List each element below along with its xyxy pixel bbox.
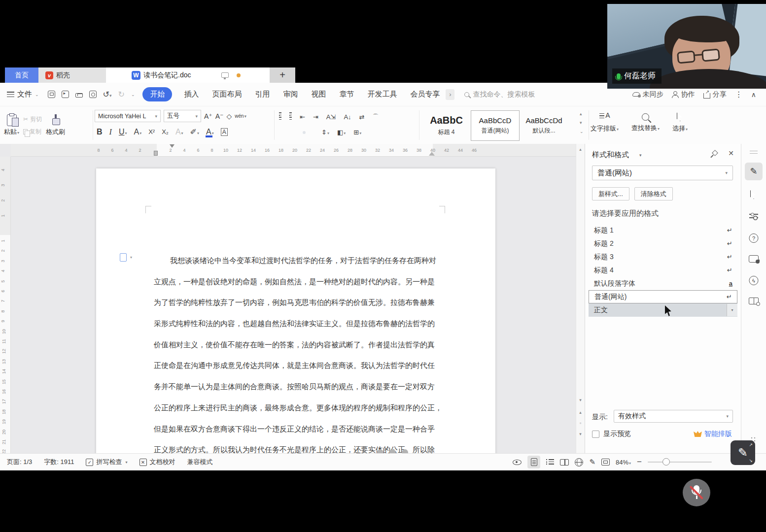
vertical-ruler[interactable]: 432112345678910111213141516171819202122 xyxy=(0,157,11,453)
font-color-button[interactable]: A▾ xyxy=(206,128,214,136)
scroll-down-icon[interactable]: ▾ xyxy=(576,398,585,402)
clear-format-icon[interactable]: ◇ xyxy=(226,112,232,120)
pin-icon[interactable] xyxy=(712,150,718,156)
docer-store-icon[interactable] xyxy=(749,255,759,263)
dictionary-icon[interactable] xyxy=(749,298,759,304)
menu-tab[interactable]: 审阅 xyxy=(283,90,298,99)
drag-handle-icon[interactable] xyxy=(750,151,758,154)
text-direction-button[interactable]: ⇄ xyxy=(359,114,365,120)
collaborate-button[interactable]: 协作 xyxy=(672,90,695,99)
more-menu-icon[interactable]: ⋮ xyxy=(735,91,743,99)
collapse-ribbon-icon[interactable]: ∧ xyxy=(751,91,756,99)
styles-tool-button[interactable]: ✎ xyxy=(745,163,763,180)
font-name-combo[interactable]: Microsoft YaHei L▾ xyxy=(95,110,161,122)
zoom-level[interactable]: 84%▾ xyxy=(616,459,631,466)
text-effects-button[interactable]: A▾ xyxy=(175,128,183,136)
bullet-list-button[interactable] xyxy=(279,112,281,121)
menu-tab[interactable]: 视图 xyxy=(311,90,326,99)
decrease-font-button[interactable]: A⁻ xyxy=(215,112,224,120)
redo-icon[interactable]: ↻ xyxy=(118,91,124,99)
fit-page-icon[interactable] xyxy=(601,459,610,466)
right-indent-marker[interactable] xyxy=(429,152,435,156)
style-item[interactable]: 标题 1↵ xyxy=(589,224,737,237)
close-icon[interactable]: ✕ xyxy=(728,149,734,157)
spell-check-toggle[interactable]: ✓ 拼写检查 ▾ xyxy=(86,458,127,466)
new-tab-button[interactable]: + xyxy=(270,67,295,83)
smart-layout-button[interactable]: 智能排版 xyxy=(694,430,732,438)
print-preview-icon[interactable] xyxy=(89,91,97,98)
document-page[interactable]: 我想谈谈绪论中当今变革和过渡时代法哲学的任务，对于法哲学的任务存在两种对立观点，… xyxy=(96,168,495,453)
bold-button[interactable]: B xyxy=(97,128,103,136)
zoom-out-icon[interactable]: − xyxy=(637,457,642,467)
doc-proof-toggle[interactable]: ✕ 文档校对 xyxy=(139,458,175,466)
increase-font-button[interactable]: A⁺ xyxy=(204,112,212,120)
char-border-button[interactable]: A xyxy=(221,128,228,136)
menu-tab[interactable]: 引用 xyxy=(255,90,270,99)
microphone-muted-button[interactable] xyxy=(683,479,710,506)
more-tabs-chevron[interactable]: › xyxy=(446,89,454,100)
char-scale-button[interactable]: A▾ xyxy=(134,128,141,136)
style-item[interactable]: 默认段落字体a xyxy=(589,277,737,290)
help-icon[interactable]: ? xyxy=(749,233,759,243)
font-size-combo[interactable]: 五号▾ xyxy=(164,110,201,122)
gallery-more-icon[interactable]: ⌄ xyxy=(580,129,584,134)
increase-indent-button[interactable]: ⇥ xyxy=(313,114,318,120)
style-item[interactable]: 标题 4↵ xyxy=(589,264,737,277)
panel-title-caret-icon[interactable]: ▾ xyxy=(639,153,642,158)
cut-button[interactable]: ✂剪切 xyxy=(23,115,42,124)
show-preview-checkbox[interactable] xyxy=(592,431,599,438)
shading-button[interactable]: ◧▾ xyxy=(337,129,346,135)
select-button[interactable]: 选择▾ xyxy=(672,112,688,133)
page-view-button[interactable] xyxy=(527,456,540,468)
horizontal-ruler[interactable]: 8642246810121416182022242628303234363840… xyxy=(11,144,576,157)
numbered-list-button[interactable] xyxy=(289,112,292,121)
text-layout-button[interactable]: 文字排版▾ xyxy=(591,112,619,133)
tab-docer[interactable]: v 稻壳 xyxy=(38,67,106,83)
copy-button[interactable]: 复制 xyxy=(23,128,42,136)
style-item[interactable]: 正文▾ xyxy=(589,303,737,317)
file-menu-button[interactable]: 文件 ⌄ xyxy=(7,90,39,99)
menu-tab[interactable]: 开发工具 xyxy=(367,90,397,99)
tab-ruler-button[interactable]: ⌒ xyxy=(372,114,379,120)
style-dropdown-icon[interactable]: ▾ xyxy=(727,304,737,316)
paste-button[interactable]: 粘贴▾ xyxy=(4,114,19,136)
eye-protect-icon[interactable] xyxy=(513,460,522,465)
superscript-button[interactable]: X² xyxy=(148,128,155,135)
menu-tab[interactable]: 插入 xyxy=(184,90,199,99)
vertical-scrollbar[interactable]: ▴ ▾ ▴ ▫ ▾ xyxy=(576,144,585,453)
select-tool-button[interactable] xyxy=(750,190,757,199)
save-icon[interactable] xyxy=(48,91,55,98)
menu-tab[interactable]: 页面布局 xyxy=(212,90,242,99)
tab-document[interactable]: W 读书会笔记.doc xyxy=(106,67,270,83)
document-canvas[interactable]: 我想谈谈绪论中当今变革和过渡时代法哲学的任务，对于法哲学的任务存在两种对立观点，… xyxy=(11,157,567,453)
subscript-button[interactable]: X₂ xyxy=(162,128,169,135)
clear-format-button[interactable]: 清除格式 xyxy=(634,187,673,200)
annotation-tool-button[interactable]: ✎ ↘ ↘ xyxy=(731,440,755,465)
previous-page-icon[interactable]: ▴ xyxy=(576,410,585,415)
menu-tab-active[interactable]: 开始 xyxy=(142,87,172,101)
style-gallery-item[interactable]: AaBbC标题 4 xyxy=(422,110,471,141)
line-spacing-button[interactable]: ⇕▾ xyxy=(321,129,329,135)
applied-style-combo[interactable]: 普通(网站)▾ xyxy=(592,166,733,180)
left-indent-marker[interactable] xyxy=(154,151,158,156)
paragraph-layout-icon[interactable] xyxy=(120,253,127,262)
read-mode-icon[interactable] xyxy=(560,459,569,466)
select-browse-object-icon[interactable]: ▫ xyxy=(576,421,585,426)
underline-button[interactable]: U▾ xyxy=(119,128,127,136)
undo-icon[interactable]: ↺▾ xyxy=(103,91,112,99)
char-scaling-button[interactable]: A⇲ xyxy=(326,114,336,120)
quick-skill-icon[interactable]: ϟ xyxy=(749,276,759,285)
web-view-icon[interactable] xyxy=(575,458,583,466)
customize-toolbar-icon[interactable]: ⌄ xyxy=(131,92,135,97)
next-page-icon[interactable]: ▾ xyxy=(576,432,585,436)
menu-tab[interactable]: 会员专享 xyxy=(410,90,440,99)
find-replace-button[interactable]: 查找替换▾ xyxy=(631,112,660,133)
style-gallery-item[interactable]: AaBbCcD普通(网站) xyxy=(471,110,520,141)
show-filter-combo[interactable]: 有效样式▾ xyxy=(614,410,733,423)
justify-button[interactable] xyxy=(303,131,306,134)
tab-home[interactable]: 首页 xyxy=(5,67,38,83)
menu-tab[interactable]: 章节 xyxy=(339,90,354,99)
command-search[interactable]: 查找命令、搜索模板 xyxy=(464,90,535,99)
first-line-indent-marker[interactable] xyxy=(170,144,174,148)
italic-button[interactable]: I xyxy=(109,128,112,136)
